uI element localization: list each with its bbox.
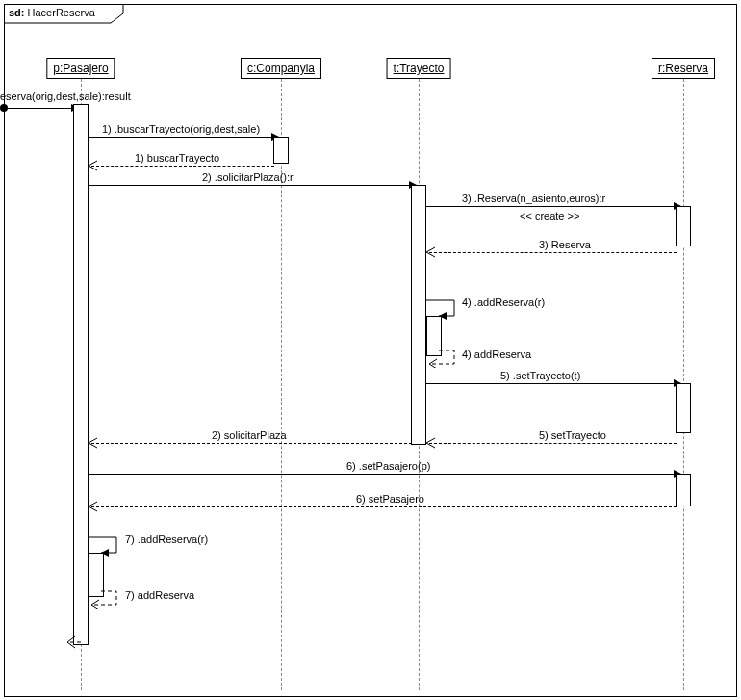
msg-6-ret-text: 6) setPasajero: [356, 493, 424, 505]
sd-prefix: sd:: [9, 7, 25, 18]
sequence-diagram: sd: HacerReserva p:Pasajero c:Companyia …: [0, 0, 741, 700]
lifeline-head-pasajero: p:Pasajero: [46, 58, 115, 79]
activation-trayecto-2: [411, 185, 426, 445]
found-return-arrow: [65, 635, 83, 649]
msg-6-ret-line: [91, 506, 677, 507]
msg-1-call-line: [88, 137, 273, 138]
msg-5-ret-line: [429, 443, 677, 444]
lifeline-head-companyia: c:Companyia: [241, 58, 321, 79]
lifeline-head-trayecto: t:Trayecto: [387, 58, 451, 79]
msg-3-call-line: [425, 206, 676, 207]
msg-1-call-text: 1) .buscarTrayecto(orig,dest,sale): [102, 123, 260, 135]
msg-1-ret-arrow: [88, 160, 99, 171]
msg-3-ret-arrow: [425, 246, 437, 258]
msg-5-call-line: [425, 383, 676, 384]
msg-2-call-text: 2) .solicitarPlaza():r: [202, 171, 294, 183]
activation-reserva-5: [676, 383, 691, 433]
msg-4-ret-text: 4) addReserva: [462, 349, 531, 360]
msg-2-ret-line: [91, 443, 412, 444]
msg-2-call-line: [88, 185, 411, 186]
found-gate: [0, 104, 8, 112]
msg-1-ret-line: [91, 166, 274, 167]
msg-2-ret-text: 2) solicitarPlaza: [212, 429, 287, 441]
msg-6-call-line: [88, 474, 676, 475]
msg-1-ret-text: 1) buscarTrayecto: [135, 152, 219, 164]
activation-reserva-6: [676, 474, 691, 506]
msg-5-ret-text: 5) setTrayecto: [539, 429, 606, 441]
msg-7-self-ret: [88, 587, 124, 609]
msg-2-ret-arrow: [88, 437, 99, 449]
msg-found-line: [8, 108, 73, 109]
sd-title: HacerReserva: [28, 7, 95, 18]
sd-frame-label: sd: HacerReserva: [9, 7, 95, 18]
msg-5-ret-arrow: [425, 437, 437, 449]
msg-7-call-text: 7) .addReserva(r): [125, 533, 208, 545]
msg-7-ret-text: 7) addReserva: [125, 589, 194, 601]
msg-3-ret-line: [429, 252, 677, 253]
msg-6-call-text: 6) .setPasajero(p): [346, 460, 430, 472]
msg-5-call-text: 5) .setTrayecto(t): [500, 370, 580, 381]
msg-4-self-ret: [425, 347, 462, 368]
msg-6-ret-arrow: [88, 501, 99, 512]
msg-3-ret-text: 3) Reserva: [539, 239, 591, 250]
activation-companyia-1: [273, 137, 289, 164]
activation-reserva-3: [676, 206, 691, 246]
msg-4-call-text: 4) .addReserva(r): [462, 297, 545, 308]
activation-pasajero: [73, 104, 89, 645]
lifeline-head-reserva: r:Reserva: [652, 58, 715, 79]
msg-3-call-text: 3) .Reserva(n_asiento,euros):r: [462, 193, 605, 204]
msg-3-stereotype: << create >>: [520, 210, 579, 221]
msg-found-text: eserva(orig,dest,sale):result: [0, 91, 131, 102]
